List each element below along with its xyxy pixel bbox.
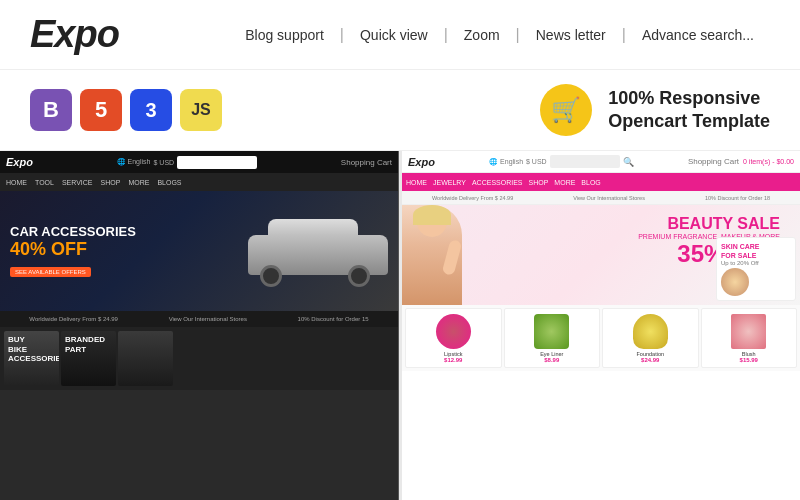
product-3-img bbox=[633, 314, 668, 349]
responsive-text: 100% Responsive Opencart Template bbox=[608, 87, 770, 134]
cart-icon-big: 🛒 bbox=[540, 84, 592, 136]
skin-care-subtitle: Up to 20% Off bbox=[721, 260, 791, 266]
nav-more: MORE bbox=[128, 179, 149, 186]
bnav-more: More bbox=[554, 179, 575, 186]
beauty-model bbox=[402, 205, 492, 305]
header: Expo Blog support | Quick view | Zoom | … bbox=[0, 0, 800, 70]
product-1-img bbox=[436, 314, 471, 349]
logo-text: Expo bbox=[30, 13, 119, 55]
product-4-price: $15.99 bbox=[740, 357, 758, 363]
part-label: BRANDEDPART bbox=[65, 335, 112, 354]
right-cart-price: 0 item(s) - $0.00 bbox=[743, 158, 794, 165]
part-cat-content: BRANDEDPART bbox=[61, 331, 116, 358]
beauty-info-2: View Our International Stores bbox=[573, 195, 645, 201]
html5-badge: 5 bbox=[80, 89, 122, 131]
left-search[interactable] bbox=[177, 156, 257, 169]
skin-care-product bbox=[721, 268, 749, 296]
model-arm bbox=[442, 239, 463, 276]
left-mini-header: Expo 🌐 English $ USD Shopping Cart bbox=[0, 151, 398, 173]
bnav-accessories: Accessories bbox=[472, 179, 523, 186]
bnav-blog: Blog bbox=[581, 179, 600, 186]
bike-label: BUYBIKEACCESSORIES bbox=[8, 335, 55, 364]
nav-blogs: BLOGS bbox=[157, 179, 181, 186]
product-4-img bbox=[731, 314, 766, 349]
car-heading-line1: CAR ACCESSORIES bbox=[10, 224, 136, 240]
beauty-heading: BEAUTY SALE bbox=[638, 215, 780, 233]
car-shape bbox=[248, 221, 398, 291]
part-cat: BRANDEDPART bbox=[61, 331, 116, 386]
left-mini-nav: HOME TOOL SERVICE SHOP MORE BLOGS bbox=[0, 173, 398, 191]
model-hair bbox=[413, 205, 451, 225]
bnav-shop: Shop bbox=[529, 179, 549, 186]
product-2-price: $8.99 bbox=[544, 357, 559, 363]
left-info-bar: Worldwide Delivery From $ 24.99 View Our… bbox=[0, 311, 398, 327]
css3-badge: 3 bbox=[130, 89, 172, 131]
preview-right: Expo 🌐 English $ USD 🔍 Shopping Cart 0 i… bbox=[402, 151, 800, 500]
js-badge: JS bbox=[180, 89, 222, 131]
beauty-product-4: Blush $15.99 bbox=[701, 308, 798, 368]
right-lang: 🌐 English bbox=[489, 158, 523, 166]
main-nav: Blog support | Quick view | Zoom | News … bbox=[229, 26, 770, 44]
car-banner: CAR ACCESSORIES 40% OFF SEE AVAILABLE OF… bbox=[0, 191, 398, 311]
info-stores: View Our International Stores bbox=[169, 316, 247, 322]
beauty-products: Lipstick $12.99 Eye Liner $8.99 Foundati… bbox=[402, 305, 800, 371]
right-cart-label: Shopping Cart bbox=[688, 157, 739, 166]
beauty-info-1: Worldwide Delivery From $ 24.99 bbox=[432, 195, 513, 201]
left-lang: 🌐 English bbox=[117, 158, 151, 166]
nav-zoom[interactable]: Zoom bbox=[448, 27, 516, 43]
info-discount: 10% Discount for Order 15 bbox=[298, 316, 369, 322]
right-currency: $ USD bbox=[526, 158, 547, 165]
beauty-banner: BEAUTY SALE PREMIUM FRAGRANCE, MAKEUP & … bbox=[402, 205, 800, 305]
right-mini-header: Expo 🌐 English $ USD 🔍 Shopping Cart 0 i… bbox=[402, 151, 800, 173]
cart-emoji: 🛒 bbox=[551, 96, 581, 124]
skin-care-title: SKIN CAREFOR SALE bbox=[721, 242, 791, 260]
car-wheel-right bbox=[348, 265, 370, 287]
beauty-info-3: 10% Discount for Order 18 bbox=[705, 195, 770, 201]
product-3-price: $24.99 bbox=[641, 357, 659, 363]
product-1-price: $12.99 bbox=[444, 357, 462, 363]
bnav-jewelry: Jewelry bbox=[433, 179, 466, 186]
right-mini-controls: 🌐 English $ USD 🔍 bbox=[489, 155, 634, 168]
nav-tool: TOOL bbox=[35, 179, 54, 186]
bike-cat: BUYBIKEACCESSORIES bbox=[4, 331, 59, 386]
bike-cat-content: BUYBIKEACCESSORIES bbox=[4, 331, 59, 368]
car-discount: 40% OFF bbox=[10, 239, 136, 260]
car-wheel-left bbox=[260, 265, 282, 287]
right-mini-logo: Expo bbox=[408, 156, 435, 168]
left-cart-area: Shopping Cart bbox=[341, 158, 392, 167]
beauty-product-1: Lipstick $12.99 bbox=[405, 308, 502, 368]
nav-service: SERVICE bbox=[62, 179, 93, 186]
nav-shop: SHOP bbox=[101, 179, 121, 186]
right-cart-area: Shopping Cart 0 item(s) - $0.00 bbox=[688, 157, 794, 166]
car-image bbox=[248, 221, 398, 311]
beauty-product-2: Eye Liner $8.99 bbox=[504, 308, 601, 368]
nav-quick-view[interactable]: Quick view bbox=[344, 27, 444, 43]
bootstrap-badge: B bbox=[30, 89, 72, 131]
responsive-line1: 100% Responsive bbox=[608, 87, 770, 110]
info-delivery: Worldwide Delivery From $ 24.99 bbox=[29, 316, 118, 322]
left-currency: $ USD bbox=[154, 159, 175, 166]
nav-newsletter[interactable]: News letter bbox=[520, 27, 622, 43]
right-search[interactable] bbox=[550, 155, 620, 168]
bnav-home: Home bbox=[406, 179, 427, 186]
right-info: 🛒 100% Responsive Opencart Template bbox=[540, 84, 770, 136]
nav-advance-search[interactable]: Advance search... bbox=[626, 27, 770, 43]
beauty-product-3: Foundation $24.99 bbox=[602, 308, 699, 368]
preview-area: Expo 🌐 English $ USD Shopping Cart HOME … bbox=[0, 151, 800, 500]
left-categories: BUYBIKEACCESSORIES BRANDEDPART bbox=[0, 327, 398, 390]
badges-row: B 5 3 JS 🛒 100% Responsive Opencart Temp… bbox=[0, 70, 800, 151]
product-2-img bbox=[534, 314, 569, 349]
responsive-line2: Opencart Template bbox=[608, 110, 770, 133]
preview-left: Expo 🌐 English $ USD Shopping Cart HOME … bbox=[0, 151, 399, 500]
car-btn[interactable]: SEE AVAILABLE OFFERS bbox=[10, 267, 91, 277]
car-banner-text: CAR ACCESSORIES 40% OFF SEE AVAILABLE OF… bbox=[10, 224, 136, 279]
skin-care-card: SKIN CAREFOR SALE Up to 20% Off bbox=[716, 237, 796, 301]
nav-home: HOME bbox=[6, 179, 27, 186]
right-mini-nav: Home Jewelry Accessories Shop More Blog bbox=[402, 173, 800, 191]
right-search-icon: 🔍 bbox=[623, 157, 634, 167]
nav-blog-support[interactable]: Blog support bbox=[229, 27, 340, 43]
logo: Expo bbox=[30, 13, 119, 56]
model-silhouette bbox=[402, 205, 462, 305]
left-mini-controls: 🌐 English $ USD bbox=[117, 156, 258, 169]
tech-badges: B 5 3 JS bbox=[30, 89, 222, 131]
